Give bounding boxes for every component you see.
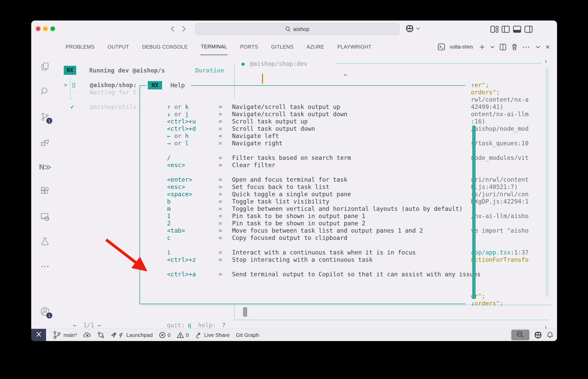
output-line: /nx-ai-llm/aisho [471, 212, 529, 220]
status-item-0[interactable]: 0 [177, 332, 189, 338]
page-left-arrow[interactable]: ← [73, 322, 77, 329]
equals-sign: = [219, 154, 232, 161]
task2-name[interactable]: @aishop/utils [90, 103, 137, 110]
pane-bullet: ● [241, 60, 245, 67]
toggle-secondary-sidebar-icon[interactable] [525, 26, 533, 33]
task1-name[interactable]: @aishop/shop: [90, 81, 137, 89]
warning-triangle-icon [177, 332, 184, 338]
help-shortcut-list: ↑ or k=Navigate/scroll task output up↓ o… [167, 103, 481, 285]
page-right-arrow[interactable]: → [97, 322, 101, 329]
sidebar-item-remote-explorer[interactable] [31, 208, 59, 226]
status-item-0[interactable]: 0 [159, 332, 170, 338]
status-item-bell-icon[interactable] [547, 331, 553, 339]
minimize-window-button[interactable]: − [43, 26, 48, 31]
terminal-content[interactable]: NX Running dev @aishop/s Duration ● @ais… [59, 56, 557, 329]
output-line [471, 169, 529, 176]
help-hint-key: ? [222, 322, 226, 329]
terminal-instance-name[interactable]: volta-shim [450, 44, 473, 50]
close-panel-button[interactable]: × [546, 43, 550, 51]
output-line: uri/nrwl/content [471, 176, 529, 183]
sidebar-item-run-debug[interactable] [31, 133, 59, 152]
output-line: s/task_queues:10 [471, 140, 529, 147]
output-text-strip: ↑er";orders";rwl/content/nx-a42499:41)on… [471, 81, 529, 307]
status-item-git-graph[interactable]: Git Graph [236, 332, 259, 338]
task-tree-corner [70, 99, 73, 99]
copilot-icon [405, 25, 414, 32]
sidebar-item-source-control[interactable]: 1 [31, 108, 59, 126]
new-terminal-button[interactable] [479, 44, 485, 50]
tab-gitlens[interactable]: GITLENS [271, 39, 294, 55]
output-line [471, 161, 529, 169]
customize-layout-icon[interactable] [490, 26, 498, 33]
status-bar: main*Launchpad00Live ShareGit Graph [31, 329, 557, 341]
shortcut-key: ↓ or j [167, 110, 219, 118]
shortcut-description: Navigate right [232, 140, 283, 147]
shortcut-description: Pin task to be shown in output pane 1 [232, 212, 365, 220]
tab-debug-console[interactable]: DEBUG CONSOLE [142, 39, 188, 55]
zoom-window-button[interactable] [50, 26, 55, 31]
sidebar-item-search[interactable] [31, 83, 59, 101]
tab-terminal[interactable]: TERMINAL [200, 39, 228, 55]
sidebar-item-more[interactable] [31, 258, 59, 276]
nx-help-panel: NX Help ↑ or k=Navigate/scroll task outp… [139, 86, 465, 304]
close-window-button[interactable]: × [36, 26, 41, 31]
shortcut-key: <esc> [167, 161, 219, 169]
output-line [471, 241, 529, 249]
terminal-profile-chevron-icon[interactable] [490, 45, 495, 49]
copilot-menu-button[interactable] [405, 25, 420, 32]
badge-count: 1 [46, 117, 53, 124]
help-shortcut-row: /=Filter tasks based on search term [167, 154, 481, 161]
search-icon [40, 87, 50, 97]
output-scrollbar-thumb[interactable] [472, 126, 476, 299]
task-expand-chevron[interactable]: > [64, 81, 67, 89]
block-cursor [243, 307, 247, 317]
status-item-main-[interactable]: main* [52, 330, 77, 340]
forward-arrow-icon[interactable] [180, 25, 188, 33]
terminal-more-actions-button[interactable]: ··· [523, 44, 531, 50]
command-center-search[interactable]: aishop [195, 23, 399, 35]
output-line: P.js:40521:7) [471, 183, 529, 191]
back-arrow-icon[interactable] [169, 25, 176, 33]
split-terminal-button[interactable] [500, 44, 506, 50]
sidebar-item-nx-console[interactable]: N≫ [31, 158, 59, 176]
shortcut-key: <ctrl>+d [167, 125, 219, 132]
output-line: rwl/content/nx-a [471, 96, 529, 103]
sidebar-item-testing[interactable] [31, 233, 59, 251]
tab-playwright[interactable]: PLAYWRIGHT [337, 39, 372, 55]
status-item-live-share[interactable]: Live Share [195, 332, 230, 338]
sidebar-item-extensions[interactable] [31, 183, 59, 201]
status-item-cloud-upload-icon[interactable] [83, 332, 91, 338]
status-item-copilot-icon[interactable] [534, 331, 542, 339]
equals-sign: = [219, 132, 232, 140]
output-line [471, 271, 529, 278]
output-line: ↑er"; [471, 81, 529, 89]
shortcut-description: Pin task to be shown in output pane 2 [232, 220, 365, 227]
tab-ports[interactable]: PORTS [240, 39, 259, 55]
help-border-stub [139, 85, 146, 86]
panel-maximize-chevron-icon[interactable] [535, 45, 541, 49]
status-item-zoom-out-icon[interactable] [511, 330, 529, 340]
status-item-launchpad[interactable]: Launchpad [111, 332, 152, 338]
toggle-panel-icon[interactable] [513, 26, 521, 33]
status-item-label: Git Graph [236, 332, 259, 338]
help-shortcut-row: ↓ or j=Navigate/scroll task output down [167, 110, 481, 118]
tab-azure[interactable]: AZURE [306, 39, 325, 55]
sidebar-item-explorer[interactable] [31, 58, 59, 76]
shortcut-key: / [167, 154, 219, 161]
scroll-up-icon[interactable]: ↑ [544, 58, 547, 65]
quit-hint-label: quit: [167, 322, 185, 329]
kill-terminal-button[interactable] [511, 43, 518, 50]
toggle-primary-sidebar-icon[interactable] [502, 26, 510, 33]
remote-indicator[interactable] [31, 329, 46, 341]
shortcut-description: Scroll task output down [232, 125, 315, 132]
activity-bar: 1N≫11 [31, 56, 59, 329]
help-shortcut-row: c=Copy focused output to clipboard [167, 234, 481, 241]
tab-problems[interactable]: PROBLEMS [65, 39, 95, 55]
zoom-out-icon [516, 331, 525, 339]
shortcut-key: <esc> [167, 183, 219, 191]
status-item-git-compare-icon[interactable] [97, 332, 105, 338]
sidebar-item-accounts[interactable]: 1 [31, 303, 59, 321]
help-shortcut-row: i=Interact with a continuous task when i… [167, 249, 481, 256]
terminal-icon [438, 43, 445, 50]
tab-output[interactable]: OUTPUT [107, 39, 130, 55]
